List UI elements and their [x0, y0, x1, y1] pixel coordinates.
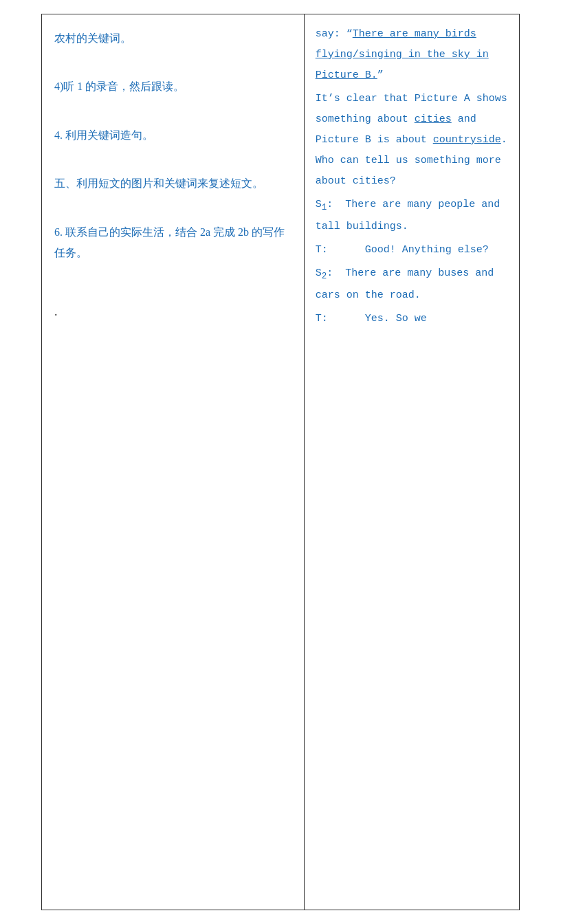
left-column: 农村的关键词。 4)听 1 的录音，然后跟读。 4. 利用关键词造句。 五、利用… [42, 14, 305, 910]
left-text-5: 6. 联系自己的实际生活，结合 2a 完成 2b 的写作任务。 [54, 226, 285, 258]
left-text-4: 五、利用短文的图片和关键词来复述短文。 [54, 177, 263, 189]
left-item-4: 五、利用短文的图片和关键词来复述短文。 [54, 173, 292, 194]
right-underline-countryside: countryside [433, 134, 501, 146]
right-line-say: say: “There are many birds flying/singin… [316, 24, 508, 86]
left-text-1: 农村的关键词。 [54, 32, 131, 44]
main-table: 农村的关键词。 4)听 1 的录音，然后跟读。 4. 利用关键词造句。 五、利用… [41, 14, 520, 910]
subscript-1: 1 [322, 203, 327, 212]
right-underline-1: There are many birds flying/singing in t… [316, 28, 489, 81]
left-item-5: 6. 联系自己的实际生活，结合 2a 完成 2b 的写作任务。 [54, 222, 292, 264]
right-line-its-clear: It’s clear that Picture A shows somethin… [316, 89, 508, 192]
right-content: say: “There are many birds flying/singin… [316, 24, 508, 332]
right-column: say: “There are many birds flying/singin… [305, 14, 519, 910]
right-line-s2: S2: There are many buses and cars on the… [316, 263, 508, 306]
left-item-1: 农村的关键词。 [54, 28, 292, 49]
left-item-2: 4)听 1 的录音，然后跟读。 [54, 76, 292, 97]
right-line-t1: T: Good! Anything else? [316, 240, 508, 261]
right-underline-cities-1: cities [415, 113, 452, 125]
left-text-3: 4. 利用关键词造句。 [54, 129, 153, 141]
left-item-6: . [54, 305, 292, 319]
page: 农村的关键词。 4)听 1 的录音，然后跟读。 4. 利用关键词造句。 五、利用… [0, 0, 561, 924]
subscript-2: 2 [322, 272, 327, 281]
right-line-s1: S1: There are many people and tall build… [316, 195, 508, 237]
left-item-3: 4. 利用关键词造句。 [54, 125, 292, 146]
left-text-6: . [54, 305, 58, 318]
left-text-2: 4)听 1 的录音，然后跟读。 [54, 80, 184, 92]
right-line-t2: T: Yes. So we [316, 309, 508, 329]
